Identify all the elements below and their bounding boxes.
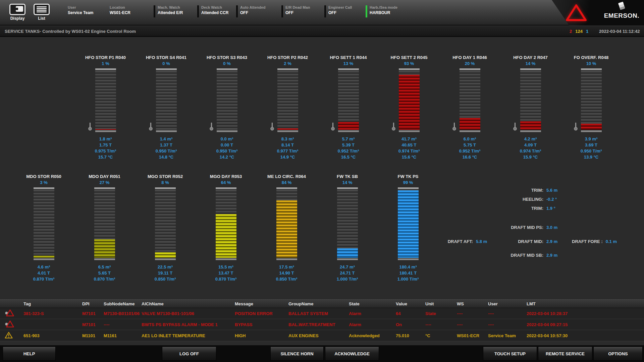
tank-gauge[interactable]: HFO STOR P1 R040 1 % 1.8 m³ 1.75 T 0.975… (75, 55, 136, 160)
thermometer-icon (270, 122, 274, 132)
alarm-subnode: ---- (104, 322, 142, 327)
tank-gauge[interactable]: HFO DAY 1 R046 20 % 6.0 m³ 5.75 T 0.952 … (439, 55, 500, 160)
trim-deg-row: TRIM:1.9 ° (473, 206, 555, 211)
tank-fill (277, 128, 298, 130)
title-bar: SERVICE TANKS- Controlled by WS01-02 Eng… (0, 26, 644, 37)
alarm-table-row[interactable]: 381-323-S M7101 M7130-B01101/06 VALVE M7… (0, 308, 644, 319)
thermometer-icon (331, 122, 335, 132)
status-value: OFF (240, 10, 281, 15)
tank-name: HFO STOR S3 R043 (197, 55, 257, 60)
tank-level-percent: 84 % (256, 180, 317, 185)
tank-volume: 1.8 m³ (75, 136, 136, 142)
tank-density: 0.950 T/m³ (136, 148, 197, 154)
status-auto-attended: Auto Attended OFF (236, 5, 281, 15)
tank-temperature: 14.2 °C (197, 154, 257, 160)
tank-weight: 0.00 T (197, 142, 257, 148)
system-datetime: 2022-03-04 11:12:42 (599, 29, 640, 34)
alarm-table-row[interactable]: 651-903 M1101 M1161 AE1 LO INLET TEMPERA… (0, 330, 644, 341)
thermometer-icon (574, 122, 578, 132)
remote-service-button[interactable]: REMOTE SERVICE (538, 347, 592, 361)
tank-density: 0.870 T/m³ (13, 276, 74, 282)
tank-fill (34, 256, 54, 258)
alarm-tag: 651-903 (23, 333, 82, 338)
tank-gauge[interactable]: HFO STOR P2 R042 2 % 8.3 m³ 8.14 T 0.977… (257, 55, 318, 160)
tank-density: 1.000 T/m³ (317, 276, 378, 282)
status-value: Attended CCR (201, 10, 236, 15)
tank-gauge[interactable]: FW TK SB 14 % 24.7 m³ 24.71 T 1.000 T/m³ (317, 174, 378, 282)
tank-name: HFO DAY 2 R047 (500, 55, 561, 60)
log-off-button[interactable]: LOG OFF (162, 347, 216, 361)
tank-level-percent: 14 % (317, 180, 378, 185)
tank-volume: 8.3 m³ (257, 136, 318, 142)
tank-density: 0.977 T/m³ (257, 148, 318, 154)
tank-gauge[interactable]: MGO STOR R052 8 % 22.5 m³ 19.11 T 0.850 … (135, 174, 196, 282)
column-header: Unit (425, 301, 457, 306)
touch-setup-button[interactable]: TOUCH SETUP (483, 347, 537, 361)
alarm-dpi: M7101 (82, 311, 104, 316)
tank-level-bar (399, 68, 420, 132)
tank-gauge[interactable]: HFO STOR S3 R043 0 % 0.0 m³ 0.00 T 0.950… (197, 55, 257, 160)
alarm-triangle-icon[interactable] (565, 4, 587, 23)
tank-weight: 5.65 T (74, 270, 135, 276)
draft-mid-ps-row: DRAFT MID PS:3.0 m (473, 225, 557, 230)
acknowledge-button[interactable]: ACKNOWLEDGE (325, 347, 379, 361)
alarm-value: 75.010 (396, 333, 425, 338)
footer-button-bar: HELP LOG OFF SILENCE HORN ACKNOWLEDGE TO… (0, 345, 644, 362)
tank-temperature: 16.5 °C (318, 154, 379, 160)
alarm-user: ---- (488, 311, 527, 316)
tank-gauge[interactable]: MDO DAY R051 27 % 6.5 m³ 5.65 T 0.870 T/… (74, 174, 135, 282)
silence-horn-button[interactable]: SILENCE HORN (270, 347, 324, 361)
tank-level-percent: 10 % (561, 61, 622, 66)
tank-gauge[interactable]: HFO DAY 2 R047 14 % 4.2 m³ 4.09 T 0.974 … (500, 55, 561, 160)
alarm-group: BALLAST SYSTEM (288, 311, 349, 316)
tank-weight: 24.71 T (317, 270, 378, 276)
alarm-unit: State (425, 311, 457, 316)
tank-gauge[interactable]: MGO DAY R053 64 % 15.5 m³ 13.47 T 0.870 … (196, 174, 256, 282)
help-button[interactable]: HELP (3, 347, 56, 361)
display-button[interactable]: Display (9, 4, 25, 21)
tank-level-bar (398, 187, 419, 260)
status-harb-sea-mode: Harb./Sea mode HARBOUR (366, 5, 397, 15)
tank-fill (337, 248, 358, 258)
tank-fill (216, 214, 236, 258)
emerson-wordmark: EMERSON. (604, 12, 639, 19)
tank-fill (520, 121, 541, 130)
tank-level-bar (155, 187, 176, 260)
status-indicator-bar (236, 5, 238, 17)
tank-gauge[interactable]: MDO STOR R050 3 % 4.6 m³ 4.01 T 0.870 T/… (13, 174, 74, 282)
tank-name: HFO STOR P2 R042 (257, 55, 318, 60)
column-header: User (488, 301, 527, 306)
tank-gauge[interactable]: HFO SETT 1 R044 13 % 5.7 m³ 5.39 T 0.952… (318, 55, 379, 160)
tank-weight: 14.90 T (256, 270, 317, 276)
alarm-message: HIGH (235, 333, 288, 338)
tank-density: 0.952 T/m³ (318, 148, 379, 154)
tank-gauge[interactable]: FO OVERF. R048 10 % 3.9 m³ 3.69 T 0.950 … (561, 55, 622, 160)
alarm-table-row[interactable]: M7101 ---- BWTS PS BYPASS ALARM - MODE 1… (0, 319, 644, 330)
tank-weight: 8.14 T (257, 142, 318, 148)
thermometer-icon (452, 122, 457, 132)
alarm-unit: ---- (425, 322, 457, 327)
tank-level-percent: 0 % (136, 61, 197, 66)
tank-gauge[interactable]: HFO SETT 2 R045 93 % 41.7 m³ 40.65 T 0.9… (379, 55, 439, 160)
tank-weight: 1.75 T (75, 142, 136, 148)
alarm-rows: 381-323-S M7101 M7130-B01101/06 VALVE M7… (0, 308, 644, 341)
tank-level-bar (338, 68, 359, 132)
status-indicator-bar (366, 5, 367, 17)
alarm-message: POSITION ERROR (235, 311, 288, 316)
tank-name: MGO STOR R052 (135, 174, 196, 179)
list-button[interactable]: List (34, 4, 50, 21)
tank-fill (276, 200, 297, 258)
tank-weight: 5.39 T (318, 142, 379, 148)
alarm-channel: BWTS PS BYPASS ALARM - MODE 1 (142, 322, 235, 327)
tank-volume: 4.2 m³ (500, 136, 561, 142)
tank-temperature: 14.8 °C (136, 154, 197, 160)
alarm-state: Alarm (349, 311, 396, 316)
tank-name: ME LO CIRC. R064 (256, 174, 317, 179)
draft-trim-panel: TRIM:5.6 m HEELING:-0.2 ° TRIM:1.9 ° DRA… (429, 184, 644, 265)
tank-density: 0.950 T/m³ (561, 148, 622, 154)
tank-level-percent: 64 % (196, 180, 256, 185)
tank-gauge[interactable]: HFO STOR S4 R041 0 % 1.4 m³ 1.37 T 0.950… (136, 55, 197, 160)
options-button[interactable]: OPTIONS (593, 347, 643, 361)
tank-weight: 1.37 T (136, 142, 197, 148)
tank-gauge[interactable]: ME LO CIRC. R064 84 % 17.5 m³ 14.90 T 0.… (256, 174, 317, 282)
